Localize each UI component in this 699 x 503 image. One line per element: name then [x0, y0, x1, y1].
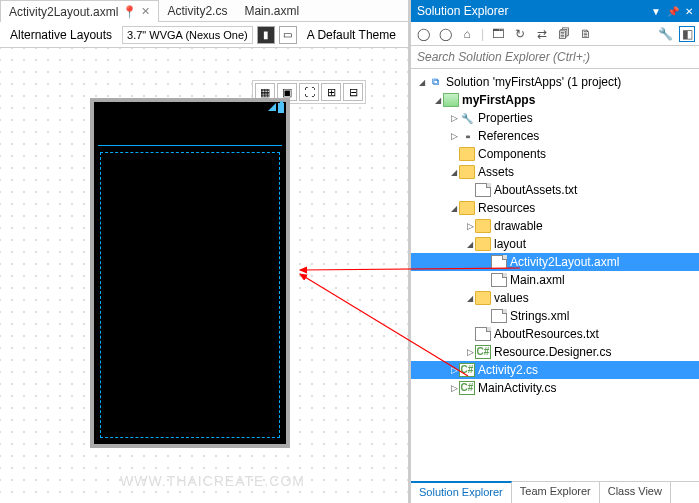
- tree-row[interactable]: Resources: [411, 199, 699, 217]
- panel-tab[interactable]: Solution Explorer: [411, 481, 512, 503]
- watermark: WWW.THAICREATE.COM: [120, 473, 305, 489]
- tree-label: Assets: [478, 165, 514, 179]
- panel-tab[interactable]: Class View: [600, 482, 671, 503]
- portrait-icon[interactable]: ▮: [257, 26, 275, 44]
- wifi-icon: [268, 103, 276, 111]
- wrench-icon: [459, 111, 475, 125]
- tree-row[interactable]: Solution 'myFirstApps' (1 project): [411, 73, 699, 91]
- file-icon: [475, 327, 491, 341]
- collapse-icon[interactable]: [417, 77, 427, 87]
- expand-icon[interactable]: [449, 365, 459, 375]
- collapse-icon[interactable]: [465, 239, 475, 249]
- remove-icon[interactable]: ⊟: [343, 83, 363, 101]
- document-tabs: Activity2Layout.axml📍✕Activity2.csMain.a…: [0, 0, 408, 22]
- tree-row[interactable]: AboutResources.txt: [411, 325, 699, 343]
- pin-icon[interactable]: 📍: [122, 5, 137, 19]
- folder-icon: [459, 165, 475, 179]
- file-icon: [491, 273, 507, 287]
- home-icon[interactable]: ⌂: [459, 26, 475, 42]
- search-box[interactable]: [411, 46, 699, 69]
- close-icon[interactable]: ✕: [685, 6, 693, 17]
- tree-label: myFirstApps: [462, 93, 535, 107]
- tree-label: References: [478, 129, 539, 143]
- designer-toolbar: Alternative Layouts 3.7" WVGA (Nexus One…: [0, 22, 408, 48]
- tree-label: Activity2.cs: [478, 363, 538, 377]
- forward-icon[interactable]: ◯: [437, 26, 453, 42]
- panel-title-bar[interactable]: Solution Explorer ▼ 📌 ✕: [411, 0, 699, 22]
- refresh-icon[interactable]: ↻: [512, 26, 528, 42]
- properties-icon[interactable]: 🔧: [657, 26, 673, 42]
- theme-dropdown[interactable]: A Default Theme: [301, 26, 402, 44]
- preview-icon[interactable]: 🗎: [578, 26, 594, 42]
- add-icon[interactable]: ⊞: [321, 83, 341, 101]
- device-body[interactable]: [100, 152, 280, 438]
- cs-icon: [475, 345, 491, 359]
- tree-label: Solution 'myFirstApps' (1 project): [446, 75, 621, 89]
- folder-icon: [475, 237, 491, 251]
- panel-tab[interactable]: Team Explorer: [512, 482, 600, 503]
- tab-label: Activity2Layout.axml: [9, 5, 118, 19]
- close-icon[interactable]: ✕: [141, 5, 150, 18]
- sync-icon[interactable]: 🗔: [490, 26, 506, 42]
- tree-row[interactable]: Properties: [411, 109, 699, 127]
- panel-tabs: Solution ExplorerTeam ExplorerClass View: [411, 481, 699, 503]
- dropdown-icon[interactable]: ▼: [651, 6, 661, 17]
- device-dropdown[interactable]: 3.7" WVGA (Nexus One): [122, 26, 253, 44]
- tree-row[interactable]: layout: [411, 235, 699, 253]
- tree-label: drawable: [494, 219, 543, 233]
- tree-row[interactable]: AboutAssets.txt: [411, 181, 699, 199]
- back-icon[interactable]: ◯: [415, 26, 431, 42]
- collapse-icon[interactable]: [449, 167, 459, 177]
- tree-row[interactable]: Components: [411, 145, 699, 163]
- document-tab[interactable]: Activity2.cs: [159, 0, 236, 21]
- collapse-icon[interactable]: [449, 203, 459, 213]
- device-preview[interactable]: [90, 98, 290, 448]
- collapse-icon[interactable]: ⇄: [534, 26, 550, 42]
- tree-label: Main.axml: [510, 273, 565, 287]
- device-statusbar: [94, 102, 286, 116]
- expand-icon[interactable]: [465, 347, 475, 357]
- expand-icon[interactable]: [449, 113, 459, 123]
- tree-row[interactable]: Strings.xml: [411, 307, 699, 325]
- file-icon: [491, 255, 507, 269]
- design-surface[interactable]: ▦ ▣ ⛶ ⊞ ⊟: [0, 48, 408, 503]
- tree-row[interactable]: values: [411, 289, 699, 307]
- search-input[interactable]: [411, 46, 699, 68]
- tree-row[interactable]: MainActivity.cs: [411, 379, 699, 397]
- tree-label: layout: [494, 237, 526, 251]
- collapse-icon[interactable]: [465, 293, 475, 303]
- tree-label: Activity2Layout.axml: [510, 255, 619, 269]
- panel-toolbar: ◯ ◯ ⌂ | 🗔 ↻ ⇄ 🗐 🗎 🔧 ◧: [411, 22, 699, 46]
- tree-row[interactable]: Activity2.cs: [411, 361, 699, 379]
- expand-icon[interactable]: [449, 383, 459, 393]
- tree-row[interactable]: myFirstApps: [411, 91, 699, 109]
- tree-label: Properties: [478, 111, 533, 125]
- tree-row[interactable]: drawable: [411, 217, 699, 235]
- tree-label: MainActivity.cs: [478, 381, 556, 395]
- tree-label: AboutResources.txt: [494, 327, 599, 341]
- fullscreen-icon[interactable]: ⛶: [299, 83, 319, 101]
- folder-icon: [475, 291, 491, 305]
- tree-label: Strings.xml: [510, 309, 569, 323]
- tree-label: values: [494, 291, 529, 305]
- alternative-layouts-label[interactable]: Alternative Layouts: [4, 26, 118, 44]
- tree-row[interactable]: Resource.Designer.cs: [411, 343, 699, 361]
- collapse-icon[interactable]: [433, 95, 443, 105]
- tree-row[interactable]: Assets: [411, 163, 699, 181]
- ref-icon: [459, 129, 475, 143]
- proj-icon: [443, 93, 459, 107]
- view-icon[interactable]: ◧: [679, 26, 695, 42]
- expand-icon[interactable]: [449, 131, 459, 141]
- landscape-icon[interactable]: ▭: [279, 26, 297, 44]
- solution-tree[interactable]: Solution 'myFirstApps' (1 project)myFirs…: [411, 69, 699, 481]
- expand-icon[interactable]: [465, 221, 475, 231]
- tree-row[interactable]: Main.axml: [411, 271, 699, 289]
- tree-row[interactable]: Activity2Layout.axml: [411, 253, 699, 271]
- folder-icon: [459, 201, 475, 215]
- tree-row[interactable]: References: [411, 127, 699, 145]
- document-tab[interactable]: Activity2Layout.axml📍✕: [0, 0, 159, 22]
- pin-icon[interactable]: 📌: [667, 6, 679, 17]
- cs-icon: [459, 363, 475, 377]
- show-all-icon[interactable]: 🗐: [556, 26, 572, 42]
- document-tab[interactable]: Main.axml: [236, 0, 308, 21]
